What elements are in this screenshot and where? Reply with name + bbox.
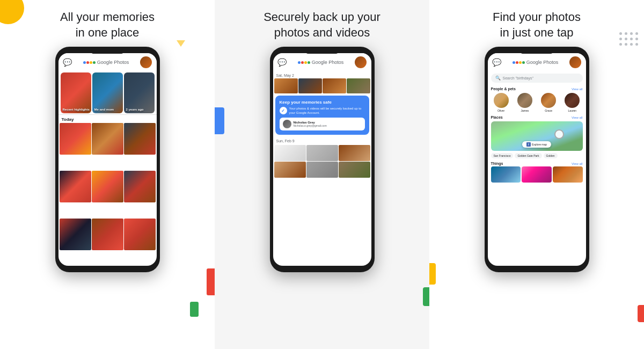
google-photos-logo-p2: Google Photos xyxy=(298,60,344,65)
p2b-photo-4[interactable] xyxy=(274,162,306,178)
oliver-name: Oliver xyxy=(497,109,504,112)
panel-3: Find your photos in just one tap 💬 xyxy=(429,0,644,349)
chat-icon-p2[interactable]: 💬 xyxy=(277,58,287,67)
phone-3-header: 💬 Google Photos xyxy=(488,53,586,71)
thing-food[interactable] xyxy=(553,166,583,183)
highlight-mom[interactable]: Me and mom xyxy=(92,72,123,113)
p2-photo-2[interactable] xyxy=(298,78,322,93)
user-info: Nicholas Grey Nicholas.e.grey@gmail.com xyxy=(294,121,362,127)
dot xyxy=(619,38,622,40)
grace-avatar xyxy=(541,93,556,108)
p2-photo-4[interactable] xyxy=(347,78,370,93)
gp-dot-blue-p2 xyxy=(298,61,301,64)
dot xyxy=(625,38,627,40)
gp-icon-p2 xyxy=(298,61,310,64)
p2b-photo-5[interactable] xyxy=(306,162,338,178)
photo-cell-3[interactable] xyxy=(124,123,156,155)
people-section-header: People & pets View all xyxy=(488,85,586,92)
p2b-photo-6[interactable] xyxy=(339,162,370,178)
gp-dot-green-p2 xyxy=(308,61,310,64)
red-decoration-p1 xyxy=(207,268,215,295)
things-grid xyxy=(488,166,586,183)
person-james[interactable]: James xyxy=(517,93,532,112)
phone-2-screen: 💬 Google Photos Sat, May 2 xyxy=(273,53,371,266)
p2b-photo-3[interactable] xyxy=(339,145,370,161)
triangle-decoration xyxy=(177,40,185,47)
person-oliver[interactable]: Oliver xyxy=(494,93,509,112)
user-row[interactable]: Nicholas Grey Nicholas.e.grey@gmail.com xyxy=(280,118,365,130)
map-container[interactable]: f Explore map xyxy=(491,121,583,151)
photo-cell-8[interactable] xyxy=(92,219,123,250)
today-label: Today xyxy=(58,115,157,123)
nicholas-avatar xyxy=(283,120,291,128)
green-decoration-p1 xyxy=(190,302,199,317)
thing-flowers[interactable] xyxy=(522,166,552,183)
dot xyxy=(635,38,638,40)
search-bar[interactable]: 🔍 Search "birthdays" xyxy=(491,74,583,83)
phone-2-notch xyxy=(306,49,338,54)
phone-2: 💬 Google Photos Sat, May 2 xyxy=(270,47,375,272)
places-view-all[interactable]: View all xyxy=(572,116,583,119)
photo-cell-4[interactable] xyxy=(60,171,91,202)
check-circle-icon xyxy=(280,107,287,114)
gp-dot-yellow xyxy=(90,61,92,64)
p2-photo-3[interactable] xyxy=(323,78,346,93)
things-view-all[interactable]: View all xyxy=(572,162,583,165)
lauren-avatar xyxy=(565,93,580,108)
panel-2: Securely back up your photos and videos … xyxy=(215,0,429,349)
tag-san-francisco[interactable]: San Francisco xyxy=(491,153,514,158)
chat-icon[interactable]: 💬 xyxy=(63,58,72,67)
chat-icon-p3[interactable]: 💬 xyxy=(492,58,501,67)
person-grace[interactable]: Grace xyxy=(541,93,556,112)
thing-ocean[interactable] xyxy=(491,166,521,183)
highlights-grid: Recent highlights Me and mom 2 years ago xyxy=(58,71,157,114)
phone-3: 💬 Google Photos 🔍 S xyxy=(485,47,589,272)
gp-dot-red xyxy=(86,61,89,64)
photo-cell-7[interactable] xyxy=(60,219,91,250)
photo-cell-2[interactable] xyxy=(92,123,123,155)
gp-icon xyxy=(83,61,96,64)
blue-decoration xyxy=(215,107,224,134)
tag-golden[interactable]: Golden xyxy=(544,153,558,158)
user-avatar-p2[interactable] xyxy=(355,56,367,68)
panel-2-headline: Securely back up your photos and videos xyxy=(264,10,380,40)
search-icon: 🔍 xyxy=(495,76,501,81)
dot xyxy=(635,32,638,35)
date-label-1: Sat, May 2 xyxy=(273,71,371,78)
backup-title: Keep your memories safe xyxy=(280,100,365,105)
photo-cell-5[interactable] xyxy=(92,171,123,202)
tag-golden-gate[interactable]: Golden Gate Park xyxy=(515,153,541,158)
photo-cell-1[interactable] xyxy=(60,123,91,155)
people-view-all[interactable]: View all xyxy=(572,88,583,91)
dot xyxy=(630,43,633,46)
dot xyxy=(635,43,638,46)
map-icon: f xyxy=(526,142,531,147)
dot xyxy=(619,43,622,46)
p2-photo-1[interactable] xyxy=(274,78,298,93)
highlight-recent[interactable]: Recent highlights xyxy=(61,72,91,113)
gp-dot-red-p2 xyxy=(301,61,304,64)
james-name: James xyxy=(521,109,529,112)
map-pin xyxy=(554,129,564,139)
user-avatar[interactable] xyxy=(140,56,152,68)
red-decoration-p3 xyxy=(638,305,644,322)
p2b-photo-2[interactable] xyxy=(306,145,338,161)
panel-3-headline: Find your photos in just one tap xyxy=(493,10,581,40)
dot xyxy=(619,32,622,35)
google-photos-logo-p3: Google Photos xyxy=(513,60,559,65)
phone-1-header: 💬 Google Photos xyxy=(58,53,157,71)
main-container: All your memories in one place 💬 xyxy=(0,0,644,349)
photo-cell-6[interactable] xyxy=(124,171,156,202)
p2b-photo-1[interactable] xyxy=(274,145,306,161)
places-title: Places xyxy=(491,115,503,119)
people-title: People & pets xyxy=(491,87,516,91)
gp-icon-p3 xyxy=(513,61,525,64)
person-lauren[interactable]: Lauren xyxy=(565,93,580,112)
explore-map-button[interactable]: f Explore map xyxy=(522,141,551,148)
search-placeholder: Search "birthdays" xyxy=(503,76,534,80)
photo-cell-9[interactable] xyxy=(124,219,156,250)
user-avatar-p3[interactable] xyxy=(569,56,581,68)
photo-grid xyxy=(58,123,157,266)
dot xyxy=(630,38,633,40)
highlight-years[interactable]: 2 years ago xyxy=(124,72,155,113)
